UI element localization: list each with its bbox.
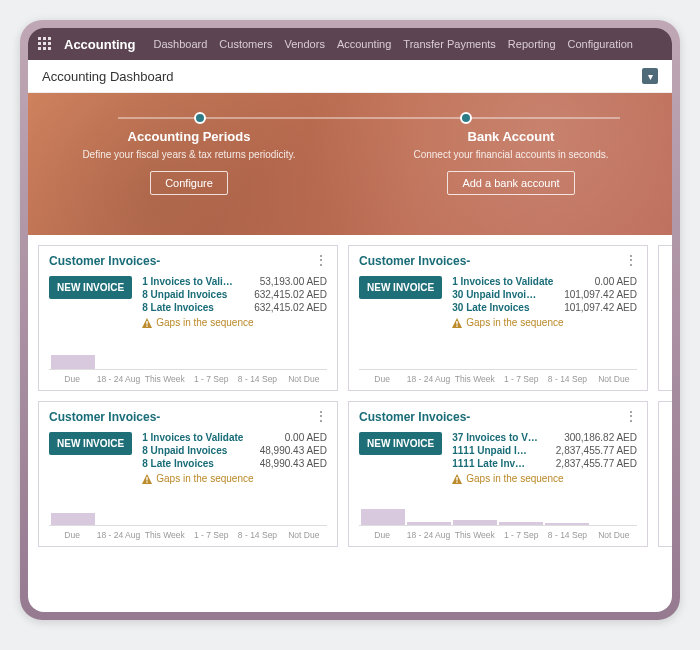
journal-card: Customer Invoices- ⋮ NEW INVOICE 1 Invoi… xyxy=(38,401,338,547)
card-title[interactable]: Customer Invoices- xyxy=(359,254,470,268)
onboarding-progress xyxy=(118,117,620,119)
sequence-gap-warning[interactable]: Gaps in the sequence xyxy=(142,473,327,484)
stat-validate[interactable]: 1 Invoices to Vali… xyxy=(142,276,244,287)
stat-validate-value: 300,186.82 AED xyxy=(556,432,637,443)
breadcrumb-bar: Accounting Dashboard ▾ xyxy=(28,60,672,93)
warning-icon xyxy=(452,318,462,328)
onboarding-desc: Define your fiscal years & tax returns p… xyxy=(40,148,338,161)
stat-validate[interactable]: 37 Invoices to V… xyxy=(452,432,546,443)
nav-configuration[interactable]: Configuration xyxy=(568,38,633,50)
stat-late[interactable]: 1111 Late Inv… xyxy=(452,458,546,469)
progress-dot-1 xyxy=(194,112,206,124)
stat-unpaid-value: 48,990.43 AED xyxy=(260,445,327,456)
nav-dashboard[interactable]: Dashboard xyxy=(154,38,208,50)
aging-bar xyxy=(51,355,95,369)
stat-late[interactable]: 8 Late Invoices xyxy=(142,302,244,313)
nav-reporting[interactable]: Reporting xyxy=(508,38,556,50)
aging-axis: Due 18 - 24 Aug This Week 1 - 7 Sep 8 - … xyxy=(359,530,637,540)
svg-rect-2 xyxy=(457,321,458,325)
device-frame: Accounting Dashboard Customers Vendors A… xyxy=(20,20,680,620)
svg-rect-5 xyxy=(147,481,148,482)
card-stats: 1 Invoices to Validate 0.00 AED 30 Unpai… xyxy=(452,276,637,328)
journal-card: Customer Invoices- ⋮ NEW INVOICE 1 Invoi… xyxy=(38,245,338,391)
progress-dot-2 xyxy=(460,112,472,124)
onboarding-title: Bank Account xyxy=(362,129,660,144)
new-invoice-button[interactable]: NEW INVOICE xyxy=(49,432,132,455)
aging-axis: Due 18 - 24 Aug This Week 1 - 7 Sep 8 - … xyxy=(49,530,327,540)
aging-bar xyxy=(361,509,405,525)
new-invoice-button[interactable]: NEW INVOICE xyxy=(359,432,442,455)
warning-icon xyxy=(142,474,152,484)
top-nav: Accounting Dashboard Customers Vendors A… xyxy=(28,28,672,60)
aging-bar xyxy=(499,522,543,525)
aging-bar xyxy=(51,513,95,525)
aging-bar xyxy=(545,523,589,525)
stat-late-value: 2,837,455.77 AED xyxy=(556,458,637,469)
app-brand[interactable]: Accounting xyxy=(64,37,136,52)
stat-unpaid[interactable]: 8 Unpaid Invoices xyxy=(142,289,244,300)
card-menu-icon[interactable]: ⋮ xyxy=(314,258,327,264)
onboarding-step-periods: Accounting Periods Define your fiscal ye… xyxy=(28,129,350,195)
stat-late-value: 632,415.02 AED xyxy=(254,302,327,313)
nav-accounting[interactable]: Accounting xyxy=(337,38,391,50)
stat-unpaid-value: 632,415.02 AED xyxy=(254,289,327,300)
stat-late-value: 48,990.43 AED xyxy=(260,458,327,469)
sequence-gap-warning[interactable]: Gaps in the sequence xyxy=(452,317,637,328)
apps-icon[interactable] xyxy=(38,37,52,51)
card-title[interactable]: Customer Invoices- xyxy=(49,254,160,268)
stat-validate[interactable]: 1 Invoices to Validate xyxy=(142,432,249,443)
journal-card: Customer Invoices- ⋮ NEW INVOICE 1 Invoi… xyxy=(348,245,648,391)
svg-rect-1 xyxy=(147,325,148,326)
aging-bar xyxy=(453,520,497,525)
nav-vendors[interactable]: Vendors xyxy=(285,38,325,50)
stat-validate[interactable]: 1 Invoices to Validate xyxy=(452,276,554,287)
journal-card: Customer Invoices- ⋮ NEW INVOICE 37 Invo… xyxy=(348,401,648,547)
card-stats: 37 Invoices to V… 300,186.82 AED 1111 Un… xyxy=(452,432,637,484)
nav-customers[interactable]: Customers xyxy=(219,38,272,50)
svg-rect-4 xyxy=(147,477,148,481)
onboarding-desc: Connect your financial accounts in secon… xyxy=(362,148,660,161)
svg-rect-6 xyxy=(457,477,458,481)
next-card-peek[interactable] xyxy=(658,401,672,547)
new-invoice-button[interactable]: NEW INVOICE xyxy=(49,276,132,299)
stat-unpaid-value: 2,837,455.77 AED xyxy=(556,445,637,456)
aging-axis: Due 18 - 24 Aug This Week 1 - 7 Sep 8 - … xyxy=(49,374,327,384)
stat-validate-value: 0.00 AED xyxy=(564,276,637,287)
next-card-peek[interactable] xyxy=(658,245,672,391)
card-menu-icon[interactable]: ⋮ xyxy=(624,414,637,420)
nav-transfer-payments[interactable]: Transfer Payments xyxy=(403,38,496,50)
card-title[interactable]: Customer Invoices- xyxy=(359,410,470,424)
stat-unpaid[interactable]: 30 Unpaid Invoi… xyxy=(452,289,554,300)
aging-chart xyxy=(49,348,327,370)
add-bank-button[interactable]: Add a bank account xyxy=(447,171,574,195)
stat-late-value: 101,097.42 AED xyxy=(564,302,637,313)
aging-chart xyxy=(359,504,637,526)
aging-axis: Due 18 - 24 Aug This Week 1 - 7 Sep 8 - … xyxy=(359,374,637,384)
page-title: Accounting Dashboard xyxy=(42,69,174,84)
filter-icon[interactable]: ▾ xyxy=(642,68,658,84)
configure-button[interactable]: Configure xyxy=(150,171,228,195)
card-menu-icon[interactable]: ⋮ xyxy=(314,414,327,420)
svg-rect-7 xyxy=(457,481,458,482)
card-menu-icon[interactable]: ⋮ xyxy=(624,258,637,264)
stat-unpaid[interactable]: 1111 Unpaid I… xyxy=(452,445,546,456)
sequence-gap-warning[interactable]: Gaps in the sequence xyxy=(452,473,637,484)
sequence-gap-warning[interactable]: Gaps in the sequence xyxy=(142,317,327,328)
stat-validate-value: 53,193.00 AED xyxy=(254,276,327,287)
stat-late[interactable]: 30 Late Invoices xyxy=(452,302,554,313)
app-screen: Accounting Dashboard Customers Vendors A… xyxy=(28,28,672,612)
new-invoice-button[interactable]: NEW INVOICE xyxy=(359,276,442,299)
onboarding-title: Accounting Periods xyxy=(40,129,338,144)
card-stats: 1 Invoices to Validate 0.00 AED 8 Unpaid… xyxy=(142,432,327,484)
aging-bar xyxy=(407,522,451,525)
stat-unpaid[interactable]: 8 Unpaid Invoices xyxy=(142,445,249,456)
warning-icon xyxy=(142,318,152,328)
onboarding-banner: Accounting Periods Define your fiscal ye… xyxy=(28,93,672,235)
aging-chart xyxy=(359,348,637,370)
card-stats: 1 Invoices to Vali… 53,193.00 AED 8 Unpa… xyxy=(142,276,327,328)
stat-validate-value: 0.00 AED xyxy=(260,432,327,443)
stat-late[interactable]: 8 Late Invoices xyxy=(142,458,249,469)
stat-unpaid-value: 101,097.42 AED xyxy=(564,289,637,300)
svg-rect-3 xyxy=(457,325,458,326)
card-title[interactable]: Customer Invoices- xyxy=(49,410,160,424)
